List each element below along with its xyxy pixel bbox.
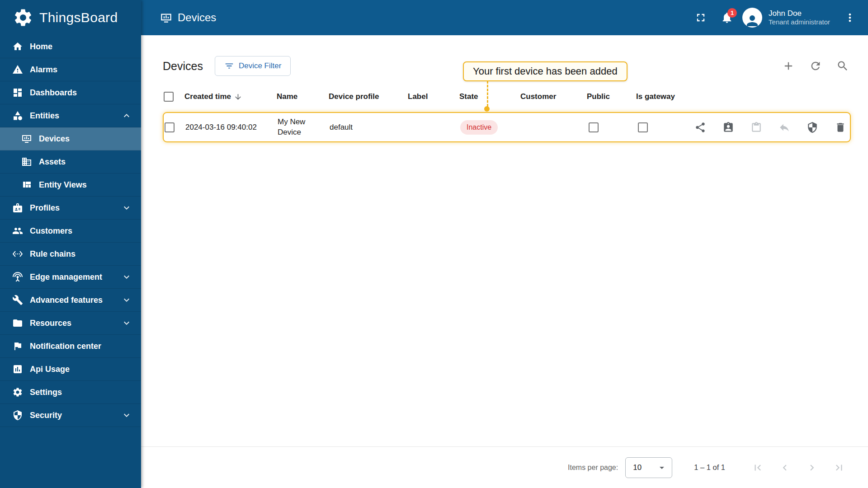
sidebar-item-assets[interactable]: Assets bbox=[0, 150, 141, 174]
column-header-created-time[interactable]: Created time bbox=[184, 92, 277, 101]
unassign-button[interactable] bbox=[778, 122, 790, 133]
devices-icon bbox=[160, 12, 172, 24]
first-page-button[interactable] bbox=[747, 457, 769, 479]
device-name-value: My New Device bbox=[278, 117, 327, 137]
make-public-button[interactable] bbox=[694, 122, 706, 133]
sidebar-item-rule-chains[interactable]: Rule chains bbox=[0, 243, 141, 266]
manage-credentials-button[interactable] bbox=[750, 122, 762, 133]
sidebar-item-label: Customers bbox=[30, 226, 72, 236]
row-checkbox-cell bbox=[164, 122, 185, 132]
chevron-down-icon bbox=[121, 410, 132, 421]
sidebar-item-label: Entities bbox=[30, 111, 59, 121]
column-header-state[interactable]: State bbox=[459, 92, 520, 101]
shield-icon bbox=[807, 122, 818, 133]
content-spacer bbox=[141, 142, 868, 446]
sidebar-item-label: Notification center bbox=[30, 342, 101, 351]
customers-icon bbox=[12, 225, 23, 236]
sidebar-item-alarms[interactable]: Alarms bbox=[0, 58, 141, 81]
chevron-down-icon bbox=[121, 202, 132, 213]
user-menu-button[interactable] bbox=[839, 7, 861, 28]
sidebar-item-profiles[interactable]: Profiles bbox=[0, 197, 141, 220]
refresh-button[interactable] bbox=[809, 60, 822, 72]
page-size-select[interactable]: 10 bbox=[625, 457, 672, 478]
is-gateway-checkbox[interactable] bbox=[638, 122, 648, 132]
notification-badge: 1 bbox=[727, 8, 737, 18]
column-header-customer[interactable]: Customer bbox=[520, 92, 587, 101]
paginator-buttons bbox=[747, 457, 850, 479]
column-label: Public bbox=[587, 92, 610, 101]
paginator: Items per page: 10 1 – 1 of 1 bbox=[141, 446, 868, 488]
sidebar-item-customers[interactable]: Customers bbox=[0, 220, 141, 243]
search-icon bbox=[836, 60, 849, 72]
device-profile-value: default bbox=[330, 123, 353, 131]
fullscreen-button[interactable] bbox=[690, 7, 712, 28]
resources-icon bbox=[12, 318, 23, 328]
user-name: John Doe bbox=[769, 9, 830, 18]
column-header-name[interactable]: Name bbox=[277, 92, 329, 101]
delete-icon bbox=[835, 122, 846, 133]
cell-is-gateway bbox=[637, 122, 694, 132]
sidebar-item-label: Alarms bbox=[30, 65, 57, 75]
table-row[interactable]: 2024-03-16 09:40:02 My New Device defaul… bbox=[163, 112, 851, 142]
sidebar-item-label: Api Usage bbox=[30, 365, 70, 374]
column-header-is-gateway[interactable]: Is gateway bbox=[636, 92, 693, 101]
sidebar-item-dashboards[interactable]: Dashboards bbox=[0, 81, 141, 104]
table-actions bbox=[782, 60, 849, 72]
assign-to-customer-button[interactable] bbox=[722, 122, 734, 133]
select-all-checkbox[interactable] bbox=[164, 92, 174, 102]
column-label: Device profile bbox=[329, 92, 379, 101]
next-page-icon bbox=[806, 462, 818, 474]
sidebar-item-api-usage[interactable]: Api Usage bbox=[0, 358, 141, 381]
filter-icon bbox=[224, 61, 234, 71]
first-page-icon bbox=[752, 462, 764, 474]
created-time-value: 2024-03-16 09:40:02 bbox=[185, 123, 257, 132]
avatar-icon bbox=[744, 13, 760, 28]
thingsboard-logo-icon bbox=[13, 7, 33, 28]
sidebar-item-edge-management[interactable]: Edge management bbox=[0, 266, 141, 289]
sidebar-item-label: Resources bbox=[30, 319, 71, 328]
prev-page-button[interactable] bbox=[774, 457, 796, 479]
column-header-label[interactable]: Label bbox=[408, 92, 459, 101]
cell-state: Inactive bbox=[460, 120, 521, 135]
sidebar-item-entity-views[interactable]: Entity Views bbox=[0, 174, 141, 197]
column-header-public[interactable]: Public bbox=[587, 92, 636, 101]
refresh-icon bbox=[809, 60, 822, 72]
sidebar-item-notification-center[interactable]: Notification center bbox=[0, 335, 141, 358]
next-page-button[interactable] bbox=[801, 457, 823, 479]
settings-icon bbox=[12, 387, 23, 398]
dropdown-arrow-icon bbox=[656, 462, 667, 473]
user-avatar[interactable] bbox=[742, 8, 762, 28]
sidebar-menu: Home Alarms Dashboards Entities Devices … bbox=[0, 35, 141, 427]
sidebar-item-devices[interactable]: Devices bbox=[0, 127, 141, 150]
column-header-device-profile[interactable]: Device profile bbox=[329, 92, 408, 101]
app-logo[interactable]: ThingsBoard bbox=[0, 0, 141, 35]
sidebar-item-settings[interactable]: Settings bbox=[0, 381, 141, 404]
row-actions bbox=[694, 122, 850, 133]
notifications-button[interactable]: 1 bbox=[716, 7, 738, 28]
device-filter-button[interactable]: Device Filter bbox=[215, 56, 291, 76]
credentials-icon bbox=[750, 122, 762, 133]
column-label: Is gateway bbox=[636, 92, 675, 101]
security-settings-button[interactable] bbox=[807, 122, 818, 133]
delete-device-button[interactable] bbox=[835, 122, 846, 133]
dashboards-icon bbox=[12, 87, 23, 98]
sidebar-item-entities[interactable]: Entities bbox=[0, 104, 141, 127]
sidebar-item-advanced-features[interactable]: Advanced features bbox=[0, 289, 141, 312]
search-button[interactable] bbox=[836, 60, 849, 72]
sidebar-item-home[interactable]: Home bbox=[0, 35, 141, 58]
chevron-up-icon bbox=[121, 110, 132, 121]
sidebar-item-resources[interactable]: Resources bbox=[0, 312, 141, 335]
api-usage-icon bbox=[12, 364, 23, 375]
device-filter-label: Device Filter bbox=[239, 61, 281, 70]
topbar-title-text: Devices bbox=[178, 11, 216, 24]
last-page-button[interactable] bbox=[828, 457, 850, 479]
cell-device-profile: default bbox=[330, 123, 409, 132]
sidebar-item-label: Security bbox=[30, 411, 62, 420]
public-checkbox[interactable] bbox=[589, 122, 599, 132]
row-checkbox[interactable] bbox=[165, 122, 175, 132]
sidebar-item-security[interactable]: Security bbox=[0, 404, 141, 427]
add-device-button[interactable] bbox=[782, 60, 795, 72]
assign-customer-icon bbox=[722, 122, 734, 133]
sidebar: ThingsBoard Home Alarms Dashboards Entit… bbox=[0, 0, 141, 488]
top-bar: Devices 1 John Doe Tenant administrator bbox=[141, 0, 868, 35]
